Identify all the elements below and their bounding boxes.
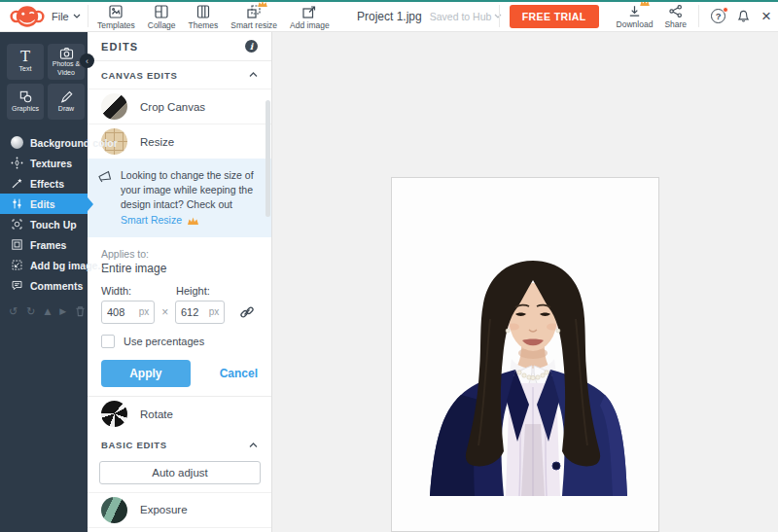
lock-aspect-ratio-button[interactable] [236,301,258,323]
sidebar-item-touch-up[interactable]: Touch Up [0,214,88,234]
auto-adjust-button[interactable]: Auto adjust [99,461,261,484]
topbar-right-group: FREE TRIAL Download [499,0,771,32]
sidebar-tile-text[interactable]: T Text [7,44,44,80]
sidebar-item-edits[interactable]: Edits [0,194,88,214]
portrait-photo[interactable] [422,259,632,496]
trash-icon[interactable] [75,305,86,317]
file-menu[interactable]: File [52,0,81,32]
info-icon[interactable]: i [245,40,258,53]
textures-icon [10,157,23,170]
tile-label: Text [19,65,32,73]
flip-icon[interactable]: ▲ [44,307,51,316]
utility-icons: ? × [711,8,771,24]
nav-label: Add bg image... [30,260,106,271]
use-percentages-checkbox[interactable] [101,335,115,348]
themes-icon [194,4,211,19]
free-trial-button[interactable]: FREE TRIAL [510,5,599,28]
close-icon[interactable]: × [761,8,771,24]
file-menu-label: File [52,11,69,22]
width-input[interactable] [107,306,132,318]
download-button[interactable]: Download [617,3,654,29]
sidebar-tile-draw[interactable]: Draw [48,84,85,120]
canvas-workspace[interactable] [272,32,778,532]
toolbar-tools: Templates Collage Themes [95,1,332,32]
sidebar-item-frames[interactable]: Frames [0,234,88,255]
nav-label: Effects [30,178,64,190]
canvas[interactable] [391,177,659,532]
collage-icon [154,4,170,19]
templates-button[interactable]: Templates [95,4,137,30]
top-accent-strip [0,0,778,2]
nav-label: Touch Up [30,219,77,231]
saved-status[interactable]: Saved to Hub [430,11,503,22]
sidebar-item-add-bg-image[interactable]: Add bg image... [0,255,88,275]
share-icon [667,3,684,18]
rotate-row[interactable]: Rotate [88,397,271,432]
notification-dot [723,7,728,13]
collage-label: Collage [148,20,176,30]
width-input-box: px [101,301,155,324]
section-label: CANVAS EDITS [101,70,177,81]
themes-button[interactable]: Themes [187,4,221,30]
share-button[interactable]: Share [664,3,687,29]
row-label: Exposure [140,504,188,515]
help-icon[interactable]: ? [711,9,725,23]
sidebar-item-comments[interactable]: Comments [0,275,88,296]
download-label: Download [617,19,654,29]
picmonkey-logo[interactable] [9,3,46,30]
collapse-panel-button[interactable]: ‹ [80,53,94,68]
chain-link-icon [239,304,255,320]
panel-scrollbar[interactable] [265,100,270,217]
colors-row[interactable]: Colors [88,527,271,532]
rotate-thumbnail [101,401,127,427]
magic-wand-icon [10,177,23,191]
undo-icon[interactable]: ↺ [9,306,18,317]
history-toolbar: ↺ ↻ ▲ ▶ [0,305,88,317]
applies-to-value: Entire image [101,262,258,275]
project-title-group: Project 1.jpg Saved to Hub [357,0,502,32]
basic-edits-section-header[interactable]: BASIC EDITS [88,432,271,459]
canvas-edits-section-header[interactable]: CANVAS EDITS [88,61,271,89]
crop-canvas-row[interactable]: Crop Canvas [88,89,271,124]
add-image-icon [301,4,318,19]
smart-resize-tip: Looking to change the size of your image… [88,159,271,237]
premium-crown-icon [188,217,198,225]
background-color-icon [10,136,23,150]
touch-up-icon [10,218,23,231]
sidebar-item-background-color[interactable]: Background color [0,132,88,153]
smart-resize-label: Smart resize [230,20,277,30]
nav-label: Frames [30,239,66,251]
tile-label: Photos & Video [48,60,85,76]
sidebar-item-textures[interactable]: Textures [0,153,88,173]
redo-icon[interactable]: ↻ [26,306,35,317]
exposure-thumbnail [101,497,127,523]
add-image-button[interactable]: Add image [288,4,332,30]
exposure-row[interactable]: Exposure [88,492,271,527]
saved-status-label: Saved to Hub [430,11,492,22]
collage-button[interactable]: Collage [146,4,178,30]
panel-header: EDITS i [88,32,271,61]
chevron-up-icon [249,72,258,78]
cancel-button[interactable]: Cancel [220,367,258,380]
height-input[interactable] [181,306,206,318]
templates-icon [108,4,124,19]
row-label: Resize [140,136,174,148]
tip-text: Looking to change the size of your image… [121,169,254,210]
bell-icon[interactable] [736,9,751,23]
share-label: Share [664,19,687,29]
picmonkey-editor: File Templates Collage [0,0,778,532]
edits-panel: EDITS i CANVAS EDITS Crop Canvas Resize … [88,32,272,532]
sidebar-tiles: T Text Photos & Video Graphics Draw [0,32,88,120]
play-icon[interactable]: ▶ [59,307,66,316]
sidebar-tile-graphics[interactable]: Graphics [7,84,44,120]
smart-resize-link[interactable]: Smart Resize [121,214,182,226]
use-percentages-row[interactable]: Use percentages [101,335,258,348]
apply-button[interactable]: Apply [101,360,191,387]
row-label: Rotate [140,408,173,420]
sidebar-nav: Background color Textures [0,132,88,296]
applies-to-label: Applies to: [101,248,258,260]
tile-label: Graphics [12,105,39,113]
smart-resize-button[interactable]: Smart resize [229,4,279,30]
height-input-box: px [175,301,225,324]
sidebar-item-effects[interactable]: Effects [0,173,88,194]
